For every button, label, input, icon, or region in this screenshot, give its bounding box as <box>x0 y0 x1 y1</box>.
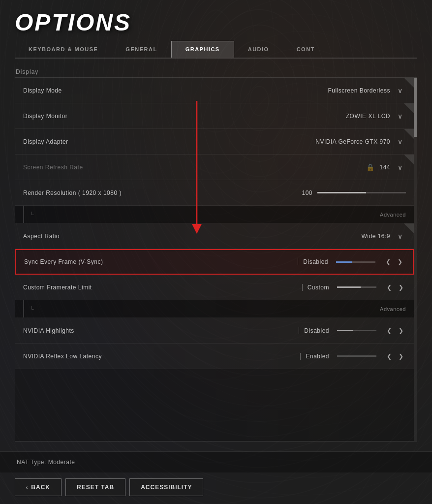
section-display-label: Display <box>15 68 417 75</box>
framerate-next-arrow[interactable]: ❯ <box>396 283 406 292</box>
nat-type-bar: NAT Type: Moderate <box>0 451 432 472</box>
setting-row-display-monitor[interactable]: Display Monitor ZOWIE XL LCD ∨ <box>15 103 414 129</box>
tab-general[interactable]: GENERAL <box>112 41 171 57</box>
setting-row-display-adapter[interactable]: Display Adapter NVIDIA GeForce GTX 970 ∨ <box>15 129 414 155</box>
setting-row-aspect-ratio[interactable]: Aspect Ratio Wide 16:9 ∨ <box>15 223 414 249</box>
lock-icon: 🔒 <box>366 163 374 171</box>
back-chevron-icon: ‹ <box>26 485 28 490</box>
vsync-prev-arrow[interactable]: ❮ <box>383 257 393 267</box>
setting-row-vsync[interactable]: Sync Every Frame (V-Sync) Disabled ❮ ❯ <box>15 249 414 275</box>
nav-tabs: KEYBOARD & MOUSE GENERAL GRAPHICS AUDIO … <box>15 41 417 59</box>
nvidia-highlights-next-arrow[interactable]: ❯ <box>396 326 406 336</box>
render-resolution-slider[interactable] <box>317 192 406 193</box>
tab-keyboard-mouse[interactable]: KEYBOARD & MOUSE <box>15 41 112 57</box>
setting-row-render-resolution[interactable]: Render Resolution ( 1920 x 1080 ) 100 <box>15 180 414 206</box>
settings-container: Display Mode Fullscreen Borderless ∨ Dis… <box>15 77 417 441</box>
nvidia-reflex-next-arrow[interactable]: ❯ <box>396 351 406 361</box>
framerate-prev-arrow[interactable]: ❮ <box>384 283 394 292</box>
setting-row-advanced-1[interactable]: └ Advanced <box>15 206 414 223</box>
setting-row-nvidia-highlights[interactable]: NVIDIA Highlights Disabled ❮ ❯ <box>15 318 414 344</box>
setting-row-framerate-limit[interactable]: Custom Framerate Limit Custom ❮ ❯ <box>15 275 414 300</box>
setting-row-display-mode[interactable]: Display Mode Fullscreen Borderless ∨ <box>15 78 414 103</box>
nvidia-reflex-toggle-arrows[interactable]: ❮ ❯ <box>384 351 406 361</box>
settings-list: Display Mode Fullscreen Borderless ∨ Dis… <box>15 78 414 369</box>
header: OPTIONS KEYBOARD & MOUSE GENERAL GRAPHIC… <box>0 0 432 59</box>
nvidia-highlights-toggle-arrows[interactable]: ❮ ❯ <box>384 326 406 336</box>
nat-type-label: NAT Type: Moderate <box>15 459 417 466</box>
accessibility-button[interactable]: Accessibility <box>129 478 203 496</box>
framerate-toggle-arrows[interactable]: ❮ ❯ <box>384 283 406 292</box>
footer: ‹ Back Reset Tab Accessibility <box>0 472 432 504</box>
vsync-toggle-arrows[interactable]: ❮ ❯ <box>383 257 405 267</box>
setting-row-screen-refresh-rate: Screen Refresh Rate 🔒 144 ∨ <box>15 155 414 180</box>
page-title: OPTIONS <box>15 9 417 36</box>
tab-cont[interactable]: CONT <box>283 41 329 57</box>
tab-audio[interactable]: AUDIO <box>234 41 283 57</box>
nvidia-highlights-prev-arrow[interactable]: ❮ <box>384 326 394 336</box>
vsync-next-arrow[interactable]: ❯ <box>395 257 405 267</box>
scrollbar-thumb[interactable] <box>414 78 417 137</box>
reset-tab-button[interactable]: Reset Tab <box>65 478 125 496</box>
setting-row-advanced-2[interactable]: └ Advanced <box>15 300 414 318</box>
main-content: Display Display Mode Fullscreen Borderle… <box>0 59 432 451</box>
tab-graphics[interactable]: GRAPHICS <box>171 41 234 58</box>
nvidia-reflex-prev-arrow[interactable]: ❮ <box>384 351 394 361</box>
setting-row-nvidia-reflex[interactable]: NVIDIA Reflex Low Latency Enabled ❮ ❯ <box>15 344 414 369</box>
back-button[interactable]: ‹ Back <box>15 478 62 496</box>
